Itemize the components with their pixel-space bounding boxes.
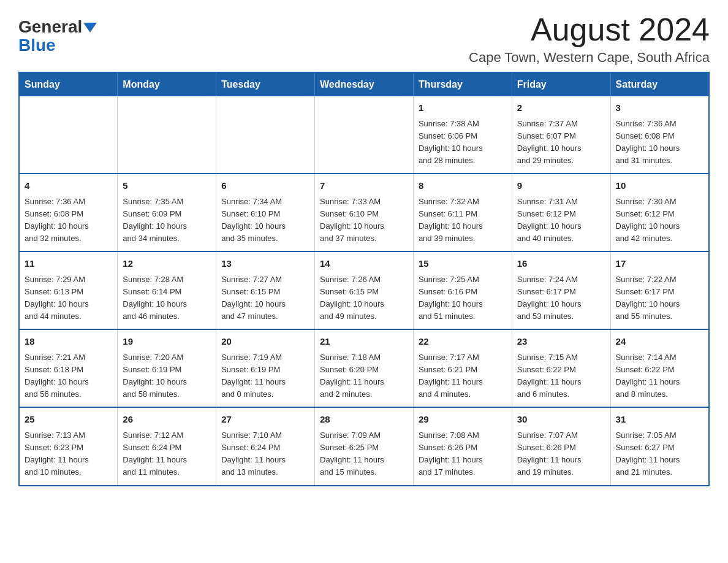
calendar-cell: 11Sunrise: 7:29 AM Sunset: 6:13 PM Dayli…: [19, 251, 118, 329]
calendar-cell: 4Sunrise: 7:36 AM Sunset: 6:08 PM Daylig…: [19, 174, 118, 251]
calendar-cell: 26Sunrise: 7:12 AM Sunset: 6:24 PM Dayli…: [118, 407, 216, 485]
calendar-cell: 20Sunrise: 7:19 AM Sunset: 6:19 PM Dayli…: [216, 329, 315, 407]
calendar-cell: 30Sunrise: 7:07 AM Sunset: 6:26 PM Dayli…: [512, 407, 610, 485]
day-number: 1: [419, 101, 507, 115]
calendar-cell: 5Sunrise: 7:35 AM Sunset: 6:09 PM Daylig…: [118, 174, 216, 251]
day-info: Sunrise: 7:27 AM Sunset: 6:15 PM Dayligh…: [221, 274, 309, 323]
calendar-cell: 7Sunrise: 7:33 AM Sunset: 6:10 PM Daylig…: [315, 174, 414, 251]
day-info: Sunrise: 7:10 AM Sunset: 6:24 PM Dayligh…: [221, 429, 309, 479]
calendar-cell: 3Sunrise: 7:36 AM Sunset: 6:08 PM Daylig…: [610, 96, 709, 174]
calendar-cell: 22Sunrise: 7:17 AM Sunset: 6:21 PM Dayli…: [413, 329, 512, 407]
svg-marker-0: [83, 23, 97, 33]
day-number: 19: [123, 335, 211, 349]
day-info: Sunrise: 7:18 AM Sunset: 6:20 PM Dayligh…: [320, 351, 408, 401]
calendar-cell: 14Sunrise: 7:26 AM Sunset: 6:15 PM Dayli…: [315, 251, 414, 329]
calendar-cell: 23Sunrise: 7:15 AM Sunset: 6:22 PM Dayli…: [512, 329, 610, 407]
calendar-cell: 9Sunrise: 7:31 AM Sunset: 6:12 PM Daylig…: [512, 174, 610, 251]
day-number: 20: [221, 335, 309, 349]
calendar-day-header: Friday: [512, 72, 610, 96]
calendar-cell: 29Sunrise: 7:08 AM Sunset: 6:26 PM Dayli…: [413, 407, 512, 485]
calendar-day-header: Monday: [118, 72, 216, 96]
day-number: 15: [419, 257, 507, 271]
day-info: Sunrise: 7:07 AM Sunset: 6:26 PM Dayligh…: [517, 429, 605, 479]
calendar-day-header: Tuesday: [216, 72, 315, 96]
day-number: 5: [123, 179, 211, 193]
day-number: 12: [123, 257, 211, 271]
day-info: Sunrise: 7:33 AM Sunset: 6:10 PM Dayligh…: [320, 196, 408, 245]
logo: General Blue: [18, 18, 97, 55]
day-number: 30: [517, 413, 605, 427]
calendar-cell: 19Sunrise: 7:20 AM Sunset: 6:19 PM Dayli…: [118, 329, 216, 407]
day-number: 8: [419, 179, 507, 193]
day-info: Sunrise: 7:14 AM Sunset: 6:22 PM Dayligh…: [616, 351, 703, 401]
day-info: Sunrise: 7:38 AM Sunset: 6:06 PM Dayligh…: [419, 118, 507, 167]
day-info: Sunrise: 7:36 AM Sunset: 6:08 PM Dayligh…: [25, 196, 112, 245]
day-info: Sunrise: 7:09 AM Sunset: 6:25 PM Dayligh…: [320, 429, 408, 479]
calendar-cell: 8Sunrise: 7:32 AM Sunset: 6:11 PM Daylig…: [413, 174, 512, 251]
day-info: Sunrise: 7:25 AM Sunset: 6:16 PM Dayligh…: [419, 274, 507, 323]
day-info: Sunrise: 7:15 AM Sunset: 6:22 PM Dayligh…: [517, 351, 605, 401]
logo-triangle-icon: [83, 23, 97, 33]
day-number: 9: [517, 179, 605, 193]
day-info: Sunrise: 7:34 AM Sunset: 6:10 PM Dayligh…: [221, 196, 309, 245]
calendar-cell: 12Sunrise: 7:28 AM Sunset: 6:14 PM Dayli…: [118, 251, 216, 329]
day-info: Sunrise: 7:36 AM Sunset: 6:08 PM Dayligh…: [616, 118, 703, 167]
calendar-cell: 21Sunrise: 7:18 AM Sunset: 6:20 PM Dayli…: [315, 329, 414, 407]
day-number: 4: [25, 179, 112, 193]
calendar-cell: 27Sunrise: 7:10 AM Sunset: 6:24 PM Dayli…: [216, 407, 315, 485]
day-info: Sunrise: 7:05 AM Sunset: 6:27 PM Dayligh…: [616, 429, 703, 479]
calendar-week-row: 11Sunrise: 7:29 AM Sunset: 6:13 PM Dayli…: [19, 251, 709, 329]
calendar-table: SundayMondayTuesdayWednesdayThursdayFrid…: [18, 72, 710, 486]
calendar-cell: 16Sunrise: 7:24 AM Sunset: 6:17 PM Dayli…: [512, 251, 610, 329]
calendar-cell: 18Sunrise: 7:21 AM Sunset: 6:18 PM Dayli…: [19, 329, 118, 407]
day-number: 28: [320, 413, 408, 427]
calendar-cell: 28Sunrise: 7:09 AM Sunset: 6:25 PM Dayli…: [315, 407, 414, 485]
calendar-cell: 6Sunrise: 7:34 AM Sunset: 6:10 PM Daylig…: [216, 174, 315, 251]
day-number: 3: [616, 101, 703, 115]
location-subtitle: Cape Town, Western Cape, South Africa: [469, 50, 710, 66]
calendar-week-row: 18Sunrise: 7:21 AM Sunset: 6:18 PM Dayli…: [19, 329, 709, 407]
day-number: 27: [221, 413, 309, 427]
day-info: Sunrise: 7:24 AM Sunset: 6:17 PM Dayligh…: [517, 274, 605, 323]
day-info: Sunrise: 7:20 AM Sunset: 6:19 PM Dayligh…: [123, 351, 211, 401]
title-section: August 2024 Cape Town, Western Cape, Sou…: [469, 12, 710, 66]
calendar-cell: 24Sunrise: 7:14 AM Sunset: 6:22 PM Dayli…: [610, 329, 709, 407]
day-number: 26: [123, 413, 211, 427]
calendar-cell: 2Sunrise: 7:37 AM Sunset: 6:07 PM Daylig…: [512, 96, 610, 174]
day-info: Sunrise: 7:35 AM Sunset: 6:09 PM Dayligh…: [123, 196, 211, 245]
day-number: 21: [320, 335, 408, 349]
day-number: 16: [517, 257, 605, 271]
day-info: Sunrise: 7:08 AM Sunset: 6:26 PM Dayligh…: [419, 429, 507, 479]
day-number: 6: [221, 179, 309, 193]
day-info: Sunrise: 7:32 AM Sunset: 6:11 PM Dayligh…: [419, 196, 507, 245]
day-info: Sunrise: 7:17 AM Sunset: 6:21 PM Dayligh…: [419, 351, 507, 401]
day-info: Sunrise: 7:12 AM Sunset: 6:24 PM Dayligh…: [123, 429, 211, 479]
calendar-cell: 15Sunrise: 7:25 AM Sunset: 6:16 PM Dayli…: [413, 251, 512, 329]
page-header: General Blue August 2024 Cape Town, West…: [18, 12, 710, 66]
day-number: 10: [616, 179, 703, 193]
calendar-cell: 13Sunrise: 7:27 AM Sunset: 6:15 PM Dayli…: [216, 251, 315, 329]
day-number: 24: [616, 335, 703, 349]
day-number: 11: [25, 257, 112, 271]
day-number: 2: [517, 101, 605, 115]
calendar-week-row: 4Sunrise: 7:36 AM Sunset: 6:08 PM Daylig…: [19, 174, 709, 251]
day-info: Sunrise: 7:21 AM Sunset: 6:18 PM Dayligh…: [25, 351, 112, 401]
calendar-cell: [19, 96, 118, 174]
day-number: 18: [25, 335, 112, 349]
calendar-cell: [216, 96, 315, 174]
day-number: 14: [320, 257, 408, 271]
calendar-cell: 25Sunrise: 7:13 AM Sunset: 6:23 PM Dayli…: [19, 407, 118, 485]
day-number: 17: [616, 257, 703, 271]
calendar-day-header: Saturday: [610, 72, 709, 96]
day-info: Sunrise: 7:13 AM Sunset: 6:23 PM Dayligh…: [25, 429, 112, 479]
logo-blue: Blue: [18, 36, 56, 55]
calendar-week-row: 25Sunrise: 7:13 AM Sunset: 6:23 PM Dayli…: [19, 407, 709, 485]
day-info: Sunrise: 7:29 AM Sunset: 6:13 PM Dayligh…: [25, 274, 112, 323]
calendar-cell: [315, 96, 414, 174]
logo-general: General: [18, 18, 82, 36]
calendar-header-row: SundayMondayTuesdayWednesdayThursdayFrid…: [19, 72, 709, 96]
calendar-cell: [118, 96, 216, 174]
day-info: Sunrise: 7:30 AM Sunset: 6:12 PM Dayligh…: [616, 196, 703, 245]
day-number: 31: [616, 413, 703, 427]
day-info: Sunrise: 7:26 AM Sunset: 6:15 PM Dayligh…: [320, 274, 408, 323]
